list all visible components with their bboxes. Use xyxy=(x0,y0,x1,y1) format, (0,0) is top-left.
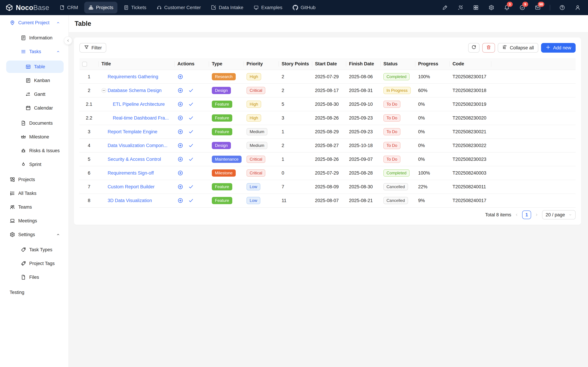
nav-item-tickets[interactable]: Tickets xyxy=(119,2,150,13)
priority-cell: Medium xyxy=(244,125,279,139)
task-title-link[interactable]: Database Schema Design xyxy=(108,88,162,93)
sidebar-item-files[interactable]: Files xyxy=(6,271,64,284)
status-cell: To Do xyxy=(381,139,415,152)
task-title-link[interactable]: Requirements Gathering xyxy=(108,74,158,79)
add-subtask-button[interactable] xyxy=(177,198,183,203)
sidebar-item-project-tags[interactable]: Project Tags xyxy=(6,257,64,270)
column-header-actions: Actions xyxy=(175,58,209,70)
sidebar-item-projects[interactable]: Projects xyxy=(6,173,64,186)
add-subtask-button[interactable] xyxy=(177,88,183,93)
delete-button[interactable] xyxy=(482,43,495,53)
task-title-link[interactable]: Requirements Sign-off xyxy=(108,170,154,176)
add-subtask-button[interactable] xyxy=(177,142,183,148)
blocks-button[interactable] xyxy=(472,4,479,11)
pagination-total: Total 8 items xyxy=(485,212,511,217)
add-subtask-button[interactable] xyxy=(177,74,183,80)
progress-cell: 0% xyxy=(415,152,450,166)
sidebar-item-milestone[interactable]: Milestone xyxy=(6,131,64,143)
complete-task-button[interactable] xyxy=(188,198,194,203)
nav-item-projects[interactable]: Projects xyxy=(84,2,117,13)
highlighter-button[interactable] xyxy=(441,4,448,11)
table-row: 2.1ETL Pipeline ArchitectureFeatureHigh5… xyxy=(79,97,576,111)
complete-task-button[interactable] xyxy=(188,142,194,148)
nav-item-customer-center[interactable]: Customer Center xyxy=(152,2,205,13)
actions-cell xyxy=(175,152,209,166)
complete-task-button[interactable] xyxy=(188,115,194,121)
select-all-checkbox[interactable] xyxy=(82,62,87,67)
sidebar-item-calendar[interactable]: Calendar xyxy=(6,102,64,114)
user-button[interactable] xyxy=(574,4,581,11)
headset-icon xyxy=(157,5,162,10)
add-new-button[interactable]: Add new xyxy=(541,43,576,53)
start-date-cell: 2025-07-29 xyxy=(312,166,346,180)
page-size-select[interactable]: 20 / page xyxy=(542,210,576,219)
add-subtask-button[interactable] xyxy=(177,156,183,162)
sidebar-item-information[interactable]: Information xyxy=(6,32,64,44)
mail-button[interactable]: 98 xyxy=(534,4,541,11)
task-title-link[interactable]: Report Template Engine xyxy=(108,129,157,134)
sidebar-item-gantt[interactable]: Gantt xyxy=(6,88,64,100)
collapse-row-toggle[interactable] xyxy=(101,88,106,93)
sidebar-item-teams[interactable]: Teams xyxy=(6,201,64,213)
type-cell: Feature xyxy=(209,125,244,139)
add-subtask-button[interactable] xyxy=(177,184,183,190)
sidebar-item-kanban[interactable]: Kanban xyxy=(6,74,64,87)
add-subtask-button[interactable] xyxy=(177,115,183,121)
sidebar-item-label: Table xyxy=(34,64,45,69)
collapse-all-button[interactable]: Collapse all xyxy=(498,43,538,53)
status-tag: To Do xyxy=(383,142,400,149)
task-title-link[interactable]: Real-time Dashboard Fra... xyxy=(113,115,169,121)
brand-name: NocoBase xyxy=(16,4,49,11)
task-title-link[interactable]: 3D Data Visualization xyxy=(108,198,152,203)
brand[interactable]: NocoBase xyxy=(0,4,55,11)
sidebar-item-settings[interactable]: Settings xyxy=(6,228,64,241)
sidebar-collapse-button[interactable] xyxy=(64,36,72,45)
story-points-cell: 5 xyxy=(279,97,312,111)
task-title-link[interactable]: Security & Access Control xyxy=(108,157,161,162)
nav-item-crm[interactable]: CRM xyxy=(55,2,82,13)
sidebar-item-tasks[interactable]: Tasks xyxy=(6,45,64,58)
task-title-link[interactable]: Data Visualization Compon... xyxy=(108,143,167,148)
finish-date-cell: 2025-09-23 xyxy=(346,125,381,139)
complete-task-button[interactable] xyxy=(188,88,194,93)
table-row: 2.2Real-time Dashboard Fra...FeatureHigh… xyxy=(79,111,576,125)
sidebar-item-current-project[interactable]: Current Project xyxy=(6,17,64,29)
current-page-button[interactable]: 1 xyxy=(522,210,531,219)
sidebar-item-task-types[interactable]: Task Types xyxy=(6,243,64,256)
grid-plus-icon xyxy=(10,177,15,182)
sidebar-item-table[interactable]: Table xyxy=(6,60,64,73)
api-button[interactable] xyxy=(457,4,464,11)
user-icon xyxy=(575,5,581,10)
add-subtask-button[interactable] xyxy=(177,170,183,176)
complete-task-button[interactable] xyxy=(188,156,194,162)
next-page-button[interactable] xyxy=(535,213,539,217)
nav-item-examples[interactable]: Examples xyxy=(249,2,286,13)
help-button[interactable] xyxy=(559,4,566,11)
task-title-link[interactable]: ETL Pipeline Architecture xyxy=(113,102,165,107)
complete-task-button[interactable] xyxy=(188,129,194,135)
sidebar-item-sprint[interactable]: Sprint xyxy=(6,158,64,171)
sidebar-item-risks-issues[interactable]: Risks & Issues xyxy=(6,144,64,157)
prev-page-button[interactable] xyxy=(514,213,519,217)
bell-button[interactable]: 3 xyxy=(503,4,510,11)
gear-button[interactable] xyxy=(488,4,495,11)
column-header-start_date: Start Date xyxy=(312,58,346,70)
sidebar-item-documents[interactable]: Documents xyxy=(6,117,64,129)
nav-item-github[interactable]: GitHub xyxy=(289,2,320,13)
sidebar-item-testing[interactable]: Testing xyxy=(6,286,64,299)
add-subtask-button[interactable] xyxy=(177,101,183,107)
sidebar-item-label: Information xyxy=(29,35,52,41)
column-header-progress: Progress xyxy=(415,58,450,70)
complete-task-button[interactable] xyxy=(188,101,194,107)
add-subtask-button[interactable] xyxy=(177,129,183,135)
refresh-button[interactable] xyxy=(468,43,480,53)
check-circle-button[interactable]: 9 xyxy=(519,4,526,11)
task-title-link[interactable]: Custom Report Builder xyxy=(108,184,155,190)
status-tag: In Progress xyxy=(383,87,411,94)
sidebar-item-all-tasks[interactable]: All Tasks xyxy=(6,187,64,200)
complete-task-button[interactable] xyxy=(188,184,194,190)
nav-item-data-intake[interactable]: Data Intake xyxy=(207,2,248,13)
type-tag: Feature xyxy=(212,183,232,190)
sidebar-item-meetings[interactable]: Meetings xyxy=(6,215,64,227)
filter-button[interactable]: Filter xyxy=(79,43,106,53)
